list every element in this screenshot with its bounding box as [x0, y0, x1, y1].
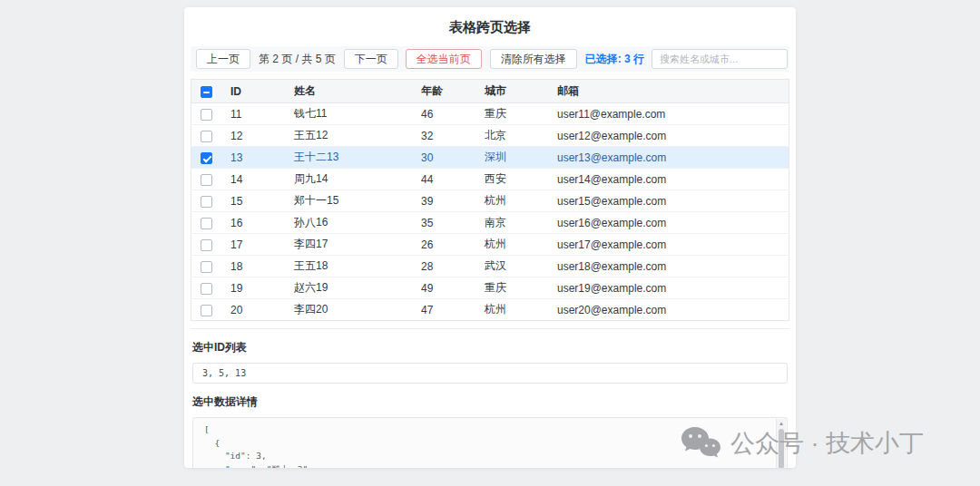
cell-email: user18@example.com [548, 256, 789, 277]
cell-name: 李四20 [285, 299, 412, 321]
table-row[interactable]: 12王五1232北京user12@example.com [191, 125, 789, 147]
cell-name: 孙八16 [285, 212, 412, 234]
next-page-button[interactable]: 下一页 [344, 49, 398, 69]
cell-email: user14@example.com [548, 169, 789, 190]
cell-age: 32 [412, 125, 475, 147]
clear-all-selection-button[interactable]: 清除所有选择 [490, 49, 577, 69]
column-header-id: ID [221, 80, 285, 103]
selected-ids-value: 3, 5, 13 [192, 363, 788, 384]
cell-age: 28 [412, 256, 475, 277]
cell-id: 19 [221, 277, 285, 299]
cell-email: user16@example.com [548, 212, 789, 234]
row-checkbox[interactable] [201, 283, 212, 295]
cell-age: 26 [412, 234, 475, 256]
page-title: 表格跨页选择 [191, 7, 789, 46]
pagination-group: 上一页 第 2 页 / 共 5 页 下一页 [196, 49, 398, 69]
cell-city: 西安 [475, 169, 548, 190]
cell-name: 李四17 [285, 234, 412, 256]
cell-name: 郑十一15 [285, 190, 412, 212]
row-checkbox[interactable] [201, 261, 212, 273]
row-checkbox[interactable] [201, 174, 212, 186]
table-row[interactable]: 15郑十一1539杭州user15@example.com [191, 190, 789, 212]
cell-email: user11@example.com [548, 103, 789, 125]
cell-age: 49 [412, 277, 475, 299]
select-all-current-page-button[interactable]: 全选当前页 [406, 49, 482, 69]
watermark: 公众号 · 技术小丁 [681, 426, 924, 461]
selected-ids-title: 选中ID列表 [192, 340, 788, 355]
table-header: ID 姓名 年龄 城市 邮箱 [191, 80, 789, 103]
table-body: 11钱七1146重庆user11@example.com12王五1232北京us… [191, 103, 789, 321]
cell-age: 46 [412, 103, 475, 125]
cell-city: 杭州 [475, 299, 548, 321]
cell-name: 王十二13 [285, 147, 412, 169]
cell-email: user17@example.com [548, 234, 789, 256]
selected-count-label: 已选择: 3 行 [585, 52, 644, 67]
cell-city: 深圳 [475, 147, 548, 169]
table-row[interactable]: 17李四1726杭州user17@example.com [191, 234, 789, 256]
selected-details-title: 选中数据详情 [192, 394, 788, 410]
table-row[interactable]: 14周九1444西安user14@example.com [191, 169, 789, 190]
cell-age: 30 [412, 147, 475, 169]
select-all-checkbox[interactable] [201, 86, 212, 98]
cell-city: 杭州 [475, 234, 548, 256]
cell-name: 王五18 [285, 256, 412, 277]
row-checkbox[interactable] [201, 196, 212, 208]
cell-email: user20@example.com [548, 299, 789, 321]
cell-name: 赵六19 [285, 277, 412, 299]
data-table: ID 姓名 年龄 城市 邮箱 11钱七1146重庆user11@example.… [191, 79, 789, 321]
row-checkbox[interactable] [201, 109, 212, 121]
column-header-city: 城市 [475, 80, 548, 103]
cell-name: 钱七11 [285, 103, 412, 125]
cell-email: user13@example.com [548, 147, 789, 169]
selection-actions-group: 全选当前页 清除所有选择 已选择: 3 行 [406, 49, 644, 69]
cell-age: 39 [412, 190, 475, 212]
cell-city: 杭州 [475, 190, 548, 212]
watermark-text: 公众号 · 技术小丁 [730, 427, 924, 460]
column-header-name: 姓名 [285, 80, 412, 103]
table-row[interactable]: 13王十二1330深圳user13@example.com [191, 147, 789, 169]
toolbar: 上一页 第 2 页 / 共 5 页 下一页 全选当前页 清除所有选择 已选择: … [191, 46, 789, 72]
row-checkbox[interactable] [201, 305, 212, 316]
cell-city: 重庆 [475, 103, 548, 125]
table-row[interactable]: 11钱七1146重庆user11@example.com [191, 103, 789, 125]
cell-age: 35 [412, 212, 475, 234]
cell-age: 47 [412, 299, 475, 321]
cell-email: user15@example.com [548, 190, 789, 212]
row-checkbox[interactable] [201, 131, 212, 142]
row-checkbox[interactable] [201, 239, 212, 251]
cell-id: 20 [221, 299, 285, 321]
column-header-age: 年龄 [412, 80, 475, 103]
row-checkbox[interactable] [201, 152, 212, 164]
page-info: 第 2 页 / 共 5 页 [259, 52, 336, 67]
table-selection-card: 表格跨页选择 上一页 第 2 页 / 共 5 页 下一页 全选当前页 清除所有选… [184, 7, 796, 468]
cell-email: user12@example.com [548, 125, 789, 147]
cell-name: 周九14 [285, 169, 412, 190]
cell-city: 北京 [475, 125, 548, 147]
cell-id: 18 [221, 256, 285, 277]
wechat-icon [681, 426, 720, 461]
cell-id: 13 [221, 147, 285, 169]
cell-id: 14 [221, 169, 285, 190]
search-group: 搜索 清除 [652, 49, 796, 69]
table-row[interactable]: 18王五1828武汉user18@example.com [191, 256, 789, 277]
cell-id: 11 [221, 103, 285, 125]
cell-id: 16 [221, 212, 285, 234]
prev-page-button[interactable]: 上一页 [196, 49, 250, 69]
table-row[interactable]: 19赵六1949重庆user19@example.com [191, 277, 789, 299]
cell-age: 44 [412, 169, 475, 190]
table-row[interactable]: 16孙八1635南京user16@example.com [191, 212, 789, 234]
cell-id: 17 [221, 234, 285, 256]
cell-id: 15 [221, 190, 285, 212]
cell-email: user19@example.com [548, 277, 789, 299]
cell-city: 南京 [475, 212, 548, 234]
table-row[interactable]: 20李四2047杭州user20@example.com [191, 299, 789, 321]
row-checkbox[interactable] [201, 218, 212, 229]
cell-name: 王五12 [285, 125, 412, 147]
cell-id: 12 [221, 125, 285, 147]
cell-city: 重庆 [475, 277, 548, 299]
search-input[interactable] [652, 49, 788, 69]
column-header-email: 邮箱 [548, 80, 789, 103]
cell-city: 武汉 [475, 256, 548, 277]
